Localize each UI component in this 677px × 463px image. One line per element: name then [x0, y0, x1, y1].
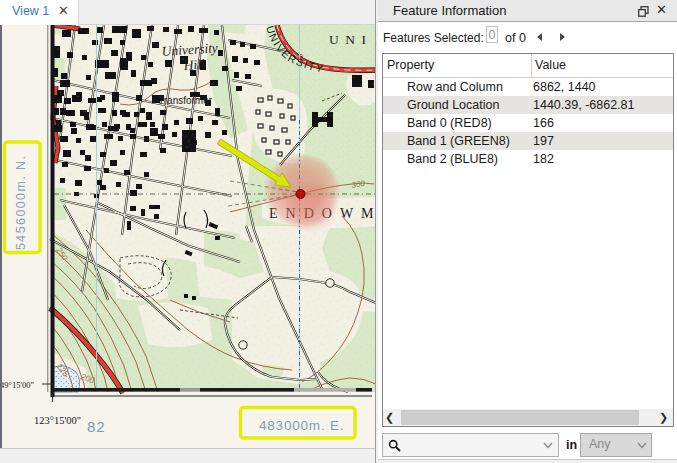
svg-text:49°15'00": 49°15'00": [0, 380, 34, 390]
svg-text:483000m. E.: 483000m. E.: [259, 418, 344, 433]
svg-text:82: 82: [87, 418, 106, 435]
svg-text:5456000m. N.: 5456000m. N.: [14, 155, 28, 250]
svg-text:123°15'00": 123°15'00": [34, 415, 81, 426]
